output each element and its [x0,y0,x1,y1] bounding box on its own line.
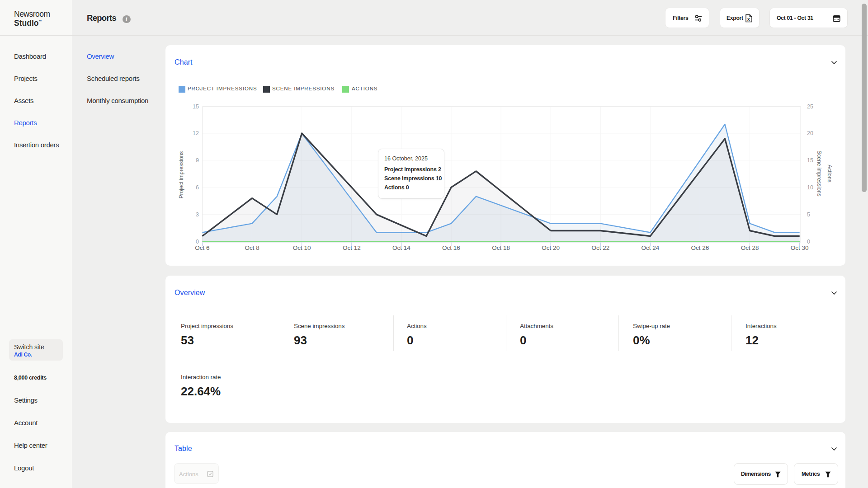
svg-text:Project impressions: Project impressions [178,151,184,199]
svg-text:0: 0 [807,239,810,245]
svg-text:5: 5 [807,211,810,218]
svg-text:Oct 28: Oct 28 [741,244,759,251]
svg-text:Oct 26: Oct 26 [691,244,709,251]
svg-text:Actions: Actions [826,164,833,182]
svg-text:Oct 12: Oct 12 [343,244,361,251]
svg-text:15: 15 [193,103,199,110]
svg-text:9: 9 [196,157,199,164]
svg-text:10: 10 [807,184,813,191]
svg-text:Oct 16: Oct 16 [442,244,460,251]
svg-text:12: 12 [193,130,199,136]
svg-text:Oct 22: Oct 22 [591,244,609,251]
svg-text:Scene impressions: Scene impressions [816,150,822,196]
svg-text:25: 25 [807,103,813,110]
svg-text:Oct 24: Oct 24 [642,244,660,251]
svg-text:Oct 14: Oct 14 [392,244,410,251]
svg-text:0: 0 [196,239,199,245]
svg-text:Oct 18: Oct 18 [492,244,510,251]
svg-text:Oct 20: Oct 20 [542,244,560,251]
svg-text:Oct 8: Oct 8 [245,244,259,251]
svg-text:6: 6 [196,184,199,191]
svg-text:Oct 10: Oct 10 [293,244,311,251]
svg-text:Oct 30: Oct 30 [791,244,809,251]
svg-text:3: 3 [196,211,199,218]
svg-text:20: 20 [807,130,813,136]
svg-text:Oct 6: Oct 6 [195,244,209,251]
svg-text:x: x [747,17,750,22]
svg-text:15: 15 [807,157,813,164]
